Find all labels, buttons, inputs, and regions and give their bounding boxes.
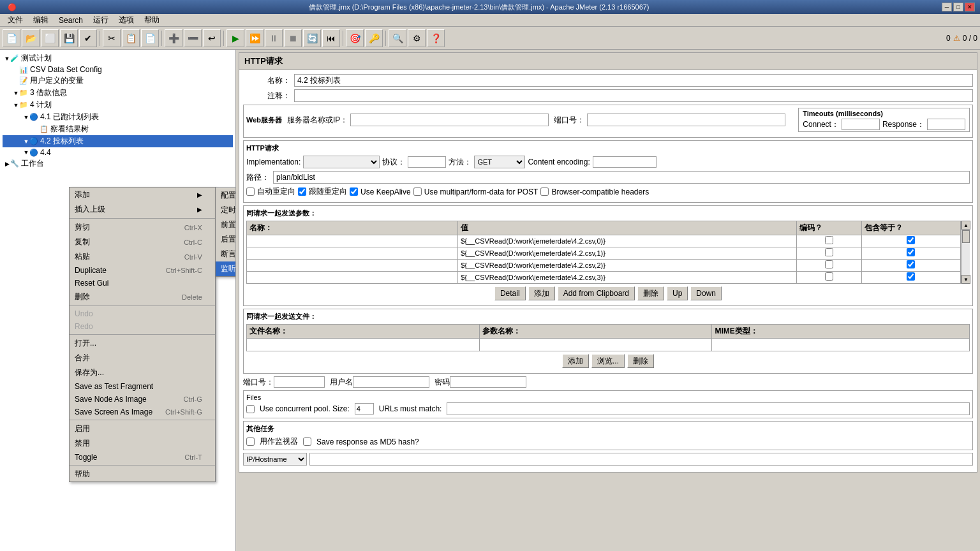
cm-add[interactable]: 添加 ▶ 配置元件▶ 定时器▶ 前置处理器▶ 后置处理器▶ xyxy=(70,187,215,202)
cm-save-node-image[interactable]: Save Node As Image Ctrl-G xyxy=(70,393,215,406)
cm-merge[interactable]: 合并 xyxy=(70,351,215,365)
toolbar-save[interactable]: 💾 xyxy=(60,29,78,47)
username-input[interactable] xyxy=(353,376,429,388)
cm-open[interactable]: 打开... xyxy=(70,336,215,351)
cm-paste[interactable]: 粘贴 Ctrl-V xyxy=(70,249,215,264)
follow-redirect-check[interactable] xyxy=(298,187,306,196)
params-scrollbar[interactable]: ▲ ▼ xyxy=(961,221,970,284)
cm-enable[interactable]: 启用 xyxy=(70,422,215,436)
cm-duplicate[interactable]: Duplicate Ctrl+Shift-C xyxy=(70,264,215,277)
down-button[interactable]: Down xyxy=(690,286,722,300)
concurrent-check[interactable] xyxy=(246,405,255,413)
param-encoded-2[interactable] xyxy=(797,247,861,260)
impl-select[interactable] xyxy=(303,156,380,168)
toolbar-shutdown[interactable]: ⏹ xyxy=(284,29,302,47)
cm-config-elem[interactable]: 配置元件▶ xyxy=(216,188,236,203)
path-input[interactable] xyxy=(273,171,970,184)
param-name-1[interactable] xyxy=(247,235,458,247)
tree-node-testplan[interactable]: ▼ 🧪 测试计划 xyxy=(3,52,233,64)
multipart-check[interactable] xyxy=(413,187,422,196)
menu-file[interactable]: 文件 xyxy=(3,13,28,27)
tree-node-vars[interactable]: 📝 用户定义的变量 xyxy=(3,75,233,87)
cm-insert-parent[interactable]: 插入上级 ▶ xyxy=(70,202,215,217)
comment-input[interactable] xyxy=(294,89,973,102)
toolbar-clear-all[interactable]: ⏮ xyxy=(322,29,340,47)
cm-save-test-fragment[interactable]: Save as Test Fragment xyxy=(70,380,215,393)
cm-help[interactable]: 帮助 xyxy=(70,467,215,481)
toolbar-cut[interactable]: ✂ xyxy=(103,29,121,47)
tree-node-csv[interactable]: 📊 CSV Data Set Config xyxy=(3,64,233,75)
cm-post-processor[interactable]: 后置处理器▶ xyxy=(216,232,236,247)
menu-edit[interactable]: 编辑 xyxy=(28,13,54,27)
toolbar-paste[interactable]: 📄 xyxy=(141,29,159,47)
param-encoded-4[interactable] xyxy=(797,272,861,284)
detail-button[interactable]: Detail xyxy=(494,286,526,300)
cm-save-as[interactable]: 保存为... xyxy=(70,365,215,380)
tree-node-plan44[interactable]: ▼ 🔵 4.4 xyxy=(3,147,233,158)
cm-save-screen-image[interactable]: Save Screen As Image Ctrl+Shift-G xyxy=(70,406,215,418)
bottom-port-input[interactable] xyxy=(274,376,325,388)
toolbar-new[interactable]: 📄 xyxy=(3,29,20,47)
add-from-clipboard-button[interactable]: Add from Clipboard xyxy=(558,286,635,300)
files-delete-button[interactable]: 删除 xyxy=(627,354,654,368)
toolbar-expand[interactable]: ➕ xyxy=(165,29,182,47)
browser-compat-check[interactable] xyxy=(540,187,549,196)
scroll-up[interactable]: ▲ xyxy=(961,221,970,230)
up-button[interactable]: Up xyxy=(667,286,688,300)
password-input[interactable] xyxy=(450,376,526,388)
cm-cut[interactable]: 剪切 Ctrl-X xyxy=(70,220,215,235)
auto-redirect-check[interactable] xyxy=(246,187,255,196)
files-browse-button[interactable]: 浏览... xyxy=(591,354,625,368)
toolbar-open[interactable]: 📂 xyxy=(22,29,40,47)
params-delete-button[interactable]: 删除 xyxy=(637,286,664,300)
tree-node-loaninfo[interactable]: ▼ 📁 3 借款信息 xyxy=(3,87,233,99)
param-include-1[interactable] xyxy=(861,235,960,247)
ip-type-select[interactable]: IP/Hostname xyxy=(243,453,307,466)
toolbar-close[interactable]: ⬜ xyxy=(41,29,59,47)
tree-node-workbench[interactable]: ▶ 🔧 工作台 xyxy=(3,158,233,170)
cm-copy[interactable]: 复制 Ctrl-C xyxy=(70,235,215,249)
param-include-4[interactable] xyxy=(861,272,960,284)
toolbar-remote-start[interactable]: 🔑 xyxy=(365,29,383,47)
toolbar-start-no-pause[interactable]: ⏩ xyxy=(246,29,264,47)
encoding-input[interactable] xyxy=(593,156,657,168)
menu-search[interactable]: Search xyxy=(54,15,88,26)
tree-node-plan42[interactable]: ▼ 🔵 4.2 投标列表 xyxy=(3,135,233,147)
cm-toggle[interactable]: Toggle Ctrl-T xyxy=(70,451,215,464)
cm-pre-processor[interactable]: 前置处理器▶ xyxy=(216,217,236,232)
toolbar-search[interactable]: 🔍 xyxy=(389,29,406,47)
maximize-button[interactable]: □ xyxy=(953,3,963,11)
monitor-check[interactable] xyxy=(246,437,255,446)
params-add-button[interactable]: 添加 xyxy=(528,286,555,300)
param-name-3[interactable] xyxy=(247,260,458,272)
tree-node-plan4[interactable]: ▼ 📁 4 计划 xyxy=(3,99,233,111)
close-button[interactable]: ✕ xyxy=(965,3,975,11)
menu-options[interactable]: 选项 xyxy=(114,13,139,27)
toolbar-stop[interactable]: ⏸ xyxy=(265,29,283,47)
toolbar-start[interactable]: ▶ xyxy=(226,29,244,47)
scroll-down[interactable]: ▼ xyxy=(961,275,970,284)
toolbar-collapse[interactable]: ➖ xyxy=(184,29,202,47)
cm-reset-gui[interactable]: Reset Gui xyxy=(70,277,215,290)
files-add-button[interactable]: 添加 xyxy=(562,354,589,368)
toolbar-help[interactable]: ❓ xyxy=(427,29,445,47)
minimize-button[interactable]: ─ xyxy=(942,3,952,11)
toolbar-target[interactable]: 🎯 xyxy=(346,29,364,47)
toolbar-copy[interactable]: 📋 xyxy=(122,29,140,47)
cm-delete[interactable]: 删除 Delete xyxy=(70,290,215,304)
method-select[interactable]: GET POST xyxy=(474,156,525,168)
param-include-3[interactable] xyxy=(861,260,960,272)
server-input[interactable] xyxy=(350,114,549,126)
ip-input[interactable] xyxy=(309,453,973,466)
cm-assertion[interactable]: 断言▶ xyxy=(216,247,236,261)
param-include-2[interactable] xyxy=(861,247,960,260)
cm-disable[interactable]: 禁用 xyxy=(70,436,215,451)
connect-input[interactable] xyxy=(842,119,880,130)
param-name-4[interactable] xyxy=(247,272,458,284)
param-name-2[interactable] xyxy=(247,247,458,260)
param-encoded-1[interactable] xyxy=(797,235,861,247)
cm-timer[interactable]: 定时器▶ xyxy=(216,203,236,217)
response-input[interactable] xyxy=(927,119,965,130)
toolbar-toggle[interactable]: ↩ xyxy=(203,29,221,47)
port-input[interactable] xyxy=(587,114,785,126)
